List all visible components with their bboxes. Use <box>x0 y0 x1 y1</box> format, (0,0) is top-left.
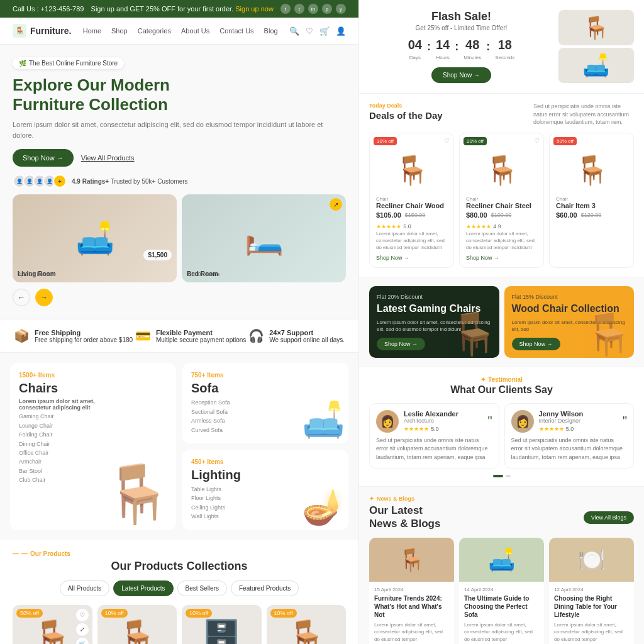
lamp-image: 🪔 <box>302 486 345 527</box>
price-badge: $1,500 <box>143 250 172 260</box>
nav-categories[interactable]: Categories <box>138 27 171 35</box>
shop-now-button[interactable]: Shop Now → <box>13 149 74 167</box>
hero-heading: Explore Our Modern Furniture Collection <box>13 75 346 114</box>
nav-about[interactable]: About Us <box>181 27 209 35</box>
twitter-icon[interactable]: t <box>294 4 304 14</box>
deal-stars-2: ★★★★★ 4.9 <box>466 221 537 230</box>
deal-card-3: 50% off 🪑 Chair Chair Item 3 $60.00 $120… <box>549 133 634 269</box>
news-article-1: 🪑 15 April 2024 Furniture Trends 2024: W… <box>369 538 454 644</box>
deals-section: Today Deals Deals of the Day Sed ut pers… <box>359 94 644 277</box>
bedroom-image: 🛏️ Bed Room 1,500+ Items ↗ <box>182 194 346 282</box>
deals-label: Today Deals <box>369 103 443 109</box>
testimonial-avatar-2: 👩 <box>511 410 534 433</box>
news-article-title-2: The Ultimate Guide to Choosing the Perfe… <box>464 594 539 619</box>
deal-badge-2: 20% off <box>464 137 487 145</box>
deal-img-3: 🪑 <box>556 148 627 192</box>
deal-btn-2[interactable]: Shop Now → <box>466 255 537 261</box>
deal-cat-3: Chair <box>556 196 627 202</box>
deal-card-2: 20% off ♡ 🪑 Chair Recliner Chair Steel $… <box>459 133 544 269</box>
lighting-name: Lighting <box>191 468 340 482</box>
rating-text: 4.9 Ratings+ Trusted by 50k+ Customers <box>72 178 188 185</box>
tab-latest-products[interactable]: Latest Products <box>113 580 173 596</box>
news-article-3: 🍽️ 12 April 2024 Choosing the Right Dini… <box>549 538 634 644</box>
pinterest-icon[interactable]: p <box>322 4 332 14</box>
chairs-category: 1500+ Items Chairs Lorem ipsum dolor sit… <box>10 363 176 530</box>
categories-section: 1500+ Items Chairs Lorem ipsum dolor sit… <box>0 353 358 540</box>
tab-best-sellers[interactable]: Best Sellers <box>177 580 227 596</box>
nav-blog[interactable]: Blog <box>264 27 278 35</box>
quote-icon-1: " <box>487 414 492 428</box>
flash-img-2: 🛋️ <box>558 48 634 83</box>
hero-section: 🌿 The Best Online Furniture Store Explor… <box>0 45 358 319</box>
feature-payment: 💳 Flexible Payment Multiple secure payme… <box>135 328 246 343</box>
flash-shop-button[interactable]: Shop Now → <box>431 67 491 83</box>
deal-badge-3: 50% off <box>553 137 577 145</box>
flash-sale-section: Flash Sale! Get 25% off - Limited Time O… <box>359 0 644 94</box>
lighting-category: 450+ Items Lighting Table LightsFloor Li… <box>182 450 348 530</box>
news-date-1: 15 April 2024 <box>374 587 449 592</box>
deal-badge-1: 30% off <box>374 137 397 145</box>
signup-link[interactable]: Sign up now <box>235 5 274 13</box>
count-seconds: 18 Seconds <box>495 38 514 61</box>
news-img-3: 🍽️ <box>549 538 634 582</box>
logo: 🪑 Furniture. <box>13 24 71 38</box>
expand-btn-1[interactable]: ⤢ <box>76 623 89 636</box>
dot-2[interactable] <box>506 475 511 477</box>
countdown: 04 Days : 14 Hours : 48 Minutes <box>369 38 553 61</box>
search-icon[interactable]: 🔍 <box>289 26 299 36</box>
deal-name-3: Chair Item 3 <box>556 202 627 209</box>
deal-img-2: 🪑 <box>466 148 537 192</box>
next-arrow[interactable]: → <box>35 289 53 306</box>
sofa-image: 🛋️ <box>302 399 345 440</box>
youtube-icon[interactable]: y <box>336 4 346 14</box>
count-minutes: 48 Minutes <box>464 38 481 61</box>
expand-icon[interactable]: ↗ <box>330 198 342 211</box>
view-all-link[interactable]: View All Products <box>81 154 135 162</box>
facebook-icon[interactable]: f <box>280 4 291 14</box>
deal-name-1: Recliner Chair Wood <box>376 202 447 209</box>
testimonials-title: What Our Clients Say <box>369 384 634 396</box>
nav-shop[interactable]: Shop <box>111 27 128 35</box>
deal-desc-1: Lorem ipsum dolor sit amet, consectetur … <box>376 230 447 252</box>
deal-img-1: 🪑 <box>376 148 447 192</box>
nav-home[interactable]: Home <box>83 27 101 35</box>
testimonials-section: ✦ Testimonial What Our Clients Say 👩 Les… <box>359 367 644 487</box>
testimonial-name-2: Jenny Wilson <box>539 410 584 418</box>
top-bar: Call Us : +123-456-789 Sign up and GET 2… <box>0 0 358 18</box>
features-bar: 📦 Free Shipping Free shipping for order … <box>0 319 358 353</box>
hero-badge: 🌿 The Best Online Furniture Store <box>13 57 124 69</box>
gaming-shop-button[interactable]: Shop Now → <box>377 338 425 350</box>
product-tabs: All Products Latest Products Best Seller… <box>13 580 346 596</box>
feature-shipping: 📦 Free Shipping Free shipping for order … <box>14 328 133 343</box>
deals-grid: 30% off ♡ 🪑 Chair Recliner Chair Wood $1… <box>369 133 634 269</box>
testimonials-cards: 👩 Leslie Alexander Architecture ★★★★★ 5.… <box>369 403 634 469</box>
cart-btn-1[interactable]: 🛒 <box>76 638 89 645</box>
deal-btn-1[interactable]: Shop Now → <box>376 255 447 261</box>
deal-wishlist-2[interactable]: ♡ <box>534 137 540 144</box>
deal-name-2: Recliner Chair Steel <box>466 202 537 209</box>
dot-1[interactable] <box>493 475 503 477</box>
user-icon[interactable]: 👤 <box>336 26 346 36</box>
products-section: — Our Products Our Products Collections … <box>0 540 358 645</box>
products-grid: 50% off ♡ ⤢ 🛒 🪑 Tufted Chair 05Days 12Ho… <box>13 605 346 645</box>
prev-arrow[interactable]: ← <box>13 289 30 306</box>
cart-icon[interactable]: 🛒 <box>319 26 330 36</box>
view-all-blogs-button[interactable]: View All Blogs <box>584 511 634 524</box>
tab-featured-products[interactable]: Featured Products <box>231 580 299 596</box>
feature-support: 🎧 24×7 Support We support online all day… <box>248 328 345 343</box>
news-img-1: 🪑 <box>369 538 454 582</box>
deal-stars-1: ★★★★★ 5.0 <box>376 221 447 230</box>
news-title: Our LatestNews & Blogs <box>369 504 440 530</box>
instagram-icon[interactable]: in <box>308 4 318 14</box>
wishlist-icon[interactable]: ♡ <box>306 26 313 36</box>
tab-all-products[interactable]: All Products <box>60 580 109 596</box>
news-article-title-1: Furniture Trends 2024: What's Hot and Wh… <box>374 594 449 619</box>
wishlist-btn-1[interactable]: ♡ <box>76 609 89 621</box>
nav-contact[interactable]: Contact Us <box>219 27 253 35</box>
deal-desc-2: Lorem ipsum dolor sit amet, consectetur … <box>466 230 537 252</box>
navbar: 🪑 Furniture. Home Shop Categories About … <box>0 18 358 45</box>
logo-text: Furniture. <box>30 26 71 36</box>
wood-shop-button[interactable]: Shop Now → <box>512 338 560 350</box>
deal-wishlist-1[interactable]: ♡ <box>444 137 450 144</box>
product-badge-1: 50% off <box>16 609 43 618</box>
